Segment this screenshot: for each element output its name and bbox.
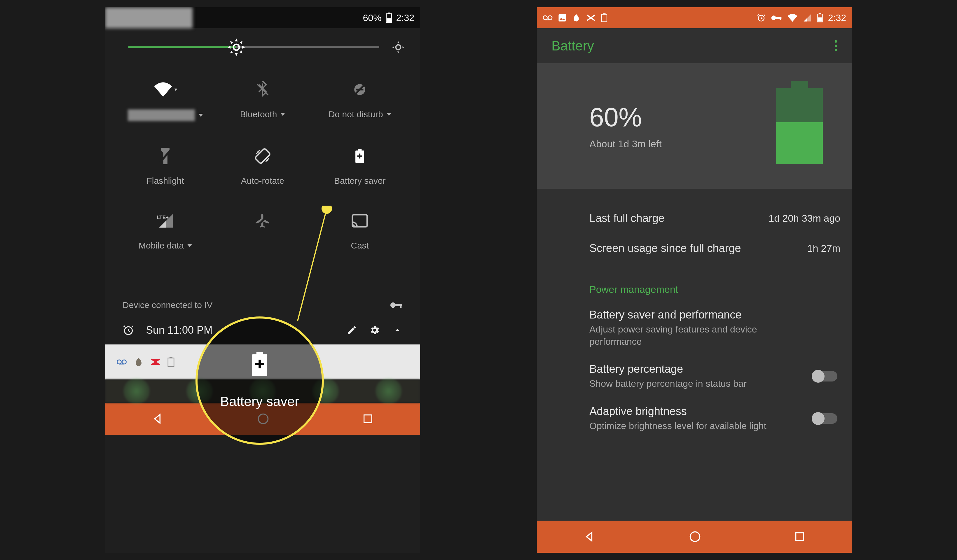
svg-point-36 xyxy=(771,16,776,20)
back-button[interactable] xyxy=(152,412,164,425)
qs-tile-cast[interactable]: Cast xyxy=(311,212,409,251)
back-button[interactable] xyxy=(583,530,596,543)
svg-rect-1 xyxy=(388,13,390,14)
app-bar: Battery xyxy=(537,28,852,63)
qs-tile-label: Cast xyxy=(351,241,369,251)
battery-saver-icon xyxy=(355,149,365,163)
edit-icon[interactable] xyxy=(347,325,357,335)
phone-quick-settings: 60% 2:32 ▾ Bluetooth Do not disturb xyxy=(105,7,420,553)
app-icon xyxy=(586,14,596,21)
bluetooth-off-icon xyxy=(255,81,270,98)
overflow-menu-icon[interactable] xyxy=(834,40,837,52)
device-connected-text: Device connected to IV xyxy=(123,300,213,310)
clock: 2:32 xyxy=(396,13,414,23)
airplane-off-icon xyxy=(254,213,271,229)
wifi-icon xyxy=(153,82,173,97)
qs-tile-label: Bluetooth xyxy=(240,109,277,119)
qs-tile-label: Battery saver xyxy=(334,176,386,186)
brightness-slider[interactable] xyxy=(128,46,379,48)
setting-secondary: Optimize brightness level for available … xyxy=(589,420,776,432)
svg-rect-16 xyxy=(400,304,402,308)
svg-rect-46 xyxy=(796,533,804,541)
section-header: Power management xyxy=(537,275,852,301)
qs-tile-label: Flashlight xyxy=(147,176,184,186)
row-last-full-charge[interactable]: Last full charge 1d 20h 33m ago xyxy=(537,203,852,233)
svg-point-13 xyxy=(352,225,354,227)
battery-icon xyxy=(386,13,392,23)
chevron-down-icon xyxy=(198,114,203,117)
qs-tile-label: Do not disturb xyxy=(328,109,383,119)
row-screen-usage[interactable]: Screen usage since full charge 1h 27m xyxy=(537,233,852,263)
image-icon xyxy=(558,13,567,22)
setting-battery-saver-perf[interactable]: Battery saver and performance Adjust pow… xyxy=(537,301,852,355)
voicemail-icon xyxy=(543,14,553,21)
rotate-icon xyxy=(254,148,271,164)
toggle-switch[interactable] xyxy=(812,413,837,424)
wifi-ssid-blurred xyxy=(128,109,195,121)
svg-point-14 xyxy=(390,303,396,308)
qs-tile-bluetooth[interactable]: Bluetooth xyxy=(214,81,311,121)
qs-tile-dnd[interactable]: Do not disturb xyxy=(311,81,409,121)
auto-brightness-icon[interactable] xyxy=(391,40,406,55)
alarm-text[interactable]: Sun 11:00 PM xyxy=(146,324,212,336)
battery-icon xyxy=(817,13,823,22)
svg-rect-12 xyxy=(352,215,367,227)
svg-point-44 xyxy=(835,49,837,51)
page-title: Battery xyxy=(551,38,594,54)
brightness-thumb[interactable] xyxy=(227,38,245,56)
row-label: Last full charge xyxy=(589,212,665,225)
svg-text:LTE+: LTE+ xyxy=(157,215,169,220)
home-row-blurred xyxy=(105,379,420,403)
nav-bar xyxy=(105,403,420,435)
qs-tile-airplane[interactable] xyxy=(214,212,311,251)
vpn-key-icon[interactable] xyxy=(390,301,403,309)
flashlight-off-icon xyxy=(159,148,172,164)
svg-rect-24 xyxy=(364,415,372,423)
svg-point-43 xyxy=(835,45,837,47)
recents-button[interactable] xyxy=(794,531,805,543)
status-bar: 2:32 xyxy=(537,7,852,28)
qs-tile-mobile-data[interactable]: LTE+ Mobile data xyxy=(117,212,214,251)
qs-tile-wifi[interactable]: ▾ xyxy=(117,81,214,121)
svg-point-30 xyxy=(548,16,552,20)
qs-tile-label: Auto-rotate xyxy=(241,176,284,186)
svg-rect-22 xyxy=(169,357,172,358)
recents-button[interactable] xyxy=(362,413,374,425)
alarm-row: Sun 11:00 PM xyxy=(105,316,420,344)
signal-icon xyxy=(803,13,812,22)
gear-icon[interactable] xyxy=(369,324,381,336)
row-value: 1h 27m xyxy=(807,243,840,254)
chevron-down-icon xyxy=(280,113,285,116)
toggle-switch[interactable] xyxy=(812,371,837,382)
svg-point-18 xyxy=(117,360,121,364)
cast-icon xyxy=(352,214,368,227)
svg-point-45 xyxy=(690,532,700,542)
battery-summary-card[interactable]: 60% About 1d 3m left xyxy=(537,63,852,189)
notification-peek[interactable] xyxy=(105,344,420,379)
svg-rect-41 xyxy=(818,17,822,22)
battery-large-icon xyxy=(776,88,823,164)
home-button[interactable] xyxy=(257,412,270,425)
setting-battery-percentage[interactable]: Battery percentage Show battery percenta… xyxy=(537,355,852,398)
battery-percentage: 60% xyxy=(589,103,662,133)
svg-rect-38 xyxy=(780,17,781,20)
carrier-blurred xyxy=(105,7,193,28)
svg-point-29 xyxy=(543,16,547,20)
setting-adaptive-brightness[interactable]: Adaptive brightness Optimize brightness … xyxy=(537,398,852,440)
qs-tile-flashlight[interactable]: Flashlight xyxy=(117,147,214,186)
qs-tile-battery-saver[interactable]: Battery saver xyxy=(311,147,409,186)
chevron-up-icon[interactable] xyxy=(392,325,403,335)
svg-rect-40 xyxy=(818,13,821,14)
nav-bar xyxy=(537,521,852,553)
svg-point-19 xyxy=(122,360,126,364)
setting-secondary: Show battery percentage in status bar xyxy=(589,378,776,390)
svg-rect-2 xyxy=(387,18,391,22)
home-button[interactable] xyxy=(689,530,701,543)
svg-point-42 xyxy=(835,40,837,43)
qs-tile-autorotate[interactable]: Auto-rotate xyxy=(214,147,311,186)
vpn-info-row: Device connected to IV xyxy=(105,294,420,316)
alarm-icon[interactable] xyxy=(123,324,134,336)
battery-pct: 60% xyxy=(363,13,382,23)
leaf-icon xyxy=(134,357,144,367)
svg-rect-21 xyxy=(168,358,174,366)
